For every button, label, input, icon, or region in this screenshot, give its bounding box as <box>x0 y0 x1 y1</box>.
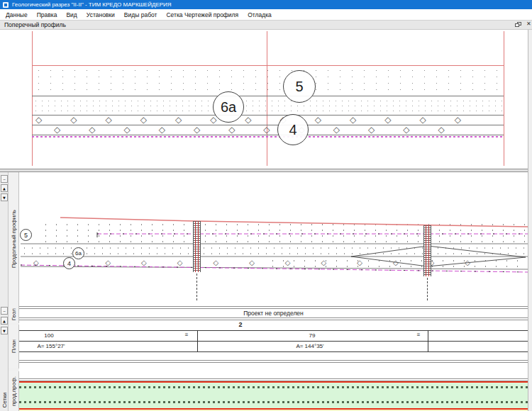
menu-item-otladka[interactable]: Отладка <box>248 11 272 18</box>
plan-distance-0: 100 <box>21 332 77 339</box>
application-window: Геологический разрез "II-II" - ТИМ КРЕДО… <box>0 0 532 411</box>
borehole-column <box>193 221 201 272</box>
plan-column-divider <box>197 330 198 351</box>
profile-dashed-line <box>19 401 528 403</box>
cross-section-canvas[interactable]: ◇◇◇◇◇◇◇◇◇◇◇◇◇ ◇◇◇◇◇◇◇◇◇◇◇◇ 5 6а 4 <box>0 30 532 169</box>
section-frame-line <box>504 31 504 166</box>
geology-status-text: Проект не определен <box>19 310 528 317</box>
longprofile-collapse-button[interactable]: − <box>1 175 8 183</box>
diamond-texture-row: ◇◇◇◇◇◇◇◇◇◇◇◇◇ <box>35 115 504 125</box>
grid-border <box>19 360 528 361</box>
longitudinal-profile-canvas[interactable]: ◇◇◇◇◇◇◇◇◇◇◇◇◇ 5 6а 4 <box>19 172 528 305</box>
longprofile-scroll-strip: − ▲ ▼ <box>0 172 9 305</box>
grid-border <box>19 306 528 307</box>
app-icon <box>3 2 9 8</box>
profile-dashed-line <box>19 386 528 388</box>
menu-item-pravka[interactable]: Правка <box>37 11 57 18</box>
grid-border <box>19 317 528 318</box>
layer-callout-5: 5 <box>20 229 32 241</box>
cross-section-caption-label: Поперечный профиль <box>4 21 66 28</box>
grids-scroll-down-button[interactable]: ▼ <box>1 327 8 334</box>
borehole-column <box>423 225 431 276</box>
grids-scroll-strip: − ▲ ▼ Сетки <box>0 305 9 411</box>
plan-km-number: 2 <box>212 321 269 328</box>
title-bar: Геологический разрез "II-II" - ТИМ КРЕДО… <box>0 0 532 9</box>
borehole-axis-line <box>196 274 197 300</box>
plan-azimuth-1: A= 144°35' <box>275 343 345 349</box>
profile-green-band <box>19 383 528 408</box>
plan-azimuth-0: A= 155°27' <box>16 343 87 349</box>
longprofile-scroll-up-button[interactable]: ▲ <box>1 184 8 192</box>
diamond-texture-row: ◇◇◇◇◇◇◇◇◇◇◇◇◇ <box>33 258 528 267</box>
grids-collapse-button[interactable]: − <box>1 307 8 315</box>
menu-item-vid[interactable]: Вид <box>66 11 77 18</box>
geology-dots-texture <box>33 67 504 95</box>
menu-item-vidy-rabot[interactable]: Виды работ <box>124 11 157 18</box>
tab-longitudinal-profile[interactable]: Продольный профиль <box>9 172 19 305</box>
borehole-axis-line <box>427 278 428 300</box>
cross-section-caption: Поперечный профиль <box>0 20 532 30</box>
menu-bar: Данные Правка Вид Установки Виды работ С… <box>0 9 532 20</box>
menu-item-ustanovki[interactable]: Установки <box>87 11 115 18</box>
water-level-line <box>32 136 504 137</box>
grid-line <box>19 351 528 352</box>
tab-geology[interactable]: Геол <box>9 305 19 323</box>
layer-callout-5: 5 <box>283 70 316 103</box>
picket-marker: ≡ <box>183 332 190 338</box>
layer-boundary-line <box>32 96 504 96</box>
layer-callout-4: 4 <box>277 114 309 145</box>
layer-callout-6a: 6а <box>72 247 84 259</box>
picket-marker: ≡ <box>415 332 422 338</box>
grid-border <box>19 362 528 363</box>
plan-column-divider <box>428 330 428 351</box>
plan-distance-1: 79 <box>284 332 340 339</box>
tab-prod-prof[interactable]: прод.проф. <box>9 371 19 411</box>
tab-setki[interactable]: Сетки <box>0 393 9 408</box>
window-title: Геологический разрез "II-II" - ТИМ КРЕДО… <box>12 0 172 9</box>
surface-line <box>32 65 504 66</box>
grid-border <box>19 308 528 309</box>
grid-line <box>19 330 528 331</box>
menu-item-setka-chertezhey[interactable]: Сетка Чертежей профиля <box>166 11 238 18</box>
grid-border <box>19 320 528 320</box>
right-edge-strip <box>528 30 532 411</box>
grid-border <box>19 378 528 379</box>
grid-line <box>19 341 528 342</box>
layer-boundary-line <box>32 135 504 135</box>
longprofile-scroll-down-button[interactable]: ▼ <box>1 193 8 201</box>
longitudinal-profile-drawing <box>19 172 528 305</box>
menu-item-dannye[interactable]: Данные <box>6 11 28 18</box>
geology-dots-texture <box>33 98 504 114</box>
layer-callout-4: 4 <box>63 257 75 269</box>
surface-line <box>60 218 528 227</box>
float-panel-icon[interactable] <box>515 22 521 28</box>
layer-callout-6a: 6а <box>213 91 244 123</box>
grids-scroll-up-button[interactable]: ▲ <box>1 317 8 325</box>
close-panel-icon[interactable]: ✕ <box>526 21 531 27</box>
